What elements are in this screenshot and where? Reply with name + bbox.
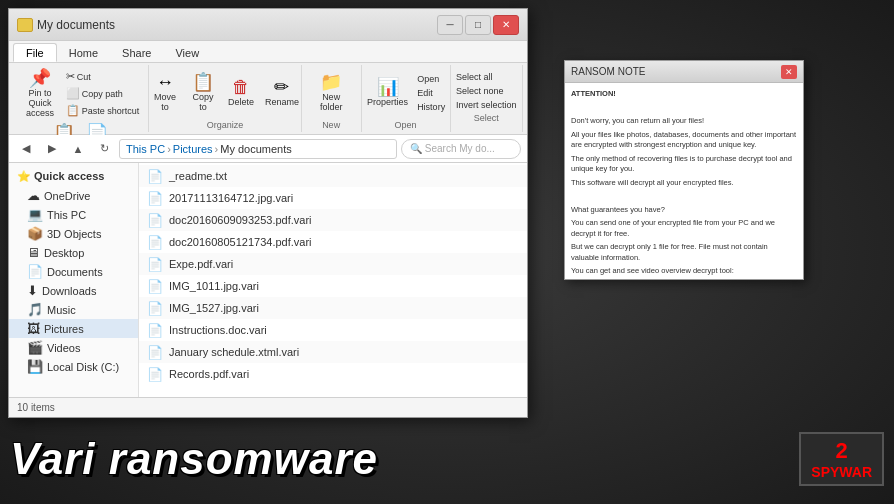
sidebar-label-videos: Videos <box>47 342 80 354</box>
sidebar-label-thispc: This PC <box>47 209 86 221</box>
select-all-button[interactable]: Select all <box>453 71 520 83</box>
ransom-body: ATTENTION! Don't worry, you can return a… <box>565 83 803 279</box>
music-icon: 🎵 <box>27 302 43 317</box>
onedrive-icon: ☁ <box>27 188 40 203</box>
file-item[interactable]: 📄doc20160805121734.pdf.vari <box>139 231 527 253</box>
delete-button[interactable]: 🗑 Delete <box>223 76 259 109</box>
sidebar-label-3dobjects: 3D Objects <box>47 228 101 240</box>
brand-number: 2 <box>836 438 848 464</box>
sidebar: ⭐ Quick access ☁ OneDrive 💻 This PC 📦 3D… <box>9 163 139 397</box>
file-item[interactable]: 📄Expe.pdf.vari <box>139 253 527 275</box>
sidebar-item-desktop[interactable]: 🖥 Desktop <box>9 243 138 262</box>
pin-label: Pin to Quickaccess <box>23 88 57 118</box>
file-name: doc20160609093253.pdf.vari <box>169 214 312 226</box>
open-buttons: 📊 Properties Open Edit History <box>363 67 448 118</box>
rename-icon: ✏ <box>274 78 289 96</box>
sidebar-item-videos[interactable]: 🎬 Videos <box>9 338 138 357</box>
brand-logo: 2 SPYWAR <box>799 432 884 486</box>
file-item[interactable]: 📄IMG_1527.jpg.vari <box>139 297 527 319</box>
sidebar-label-documents: Documents <box>47 266 103 278</box>
select-none-button[interactable]: Select none <box>453 85 520 97</box>
copy-to-button[interactable]: 📋 Copyto <box>185 71 221 114</box>
file-doc-icon: 📄 <box>147 323 163 338</box>
sidebar-item-documents[interactable]: 📄 Documents <box>9 262 138 281</box>
edit-button[interactable]: Edit <box>414 87 448 99</box>
file-item[interactable]: 📄_readme.txt <box>139 165 527 187</box>
downloads-icon: ⬇ <box>27 283 38 298</box>
sidebar-label-downloads: Downloads <box>42 285 96 297</box>
tab-home[interactable]: Home <box>57 43 110 62</box>
invert-selection-button[interactable]: Invert selection <box>453 99 520 111</box>
refresh-button[interactable]: ↻ <box>93 139 115 159</box>
folder-icon <box>17 18 33 32</box>
file-name: January schedule.xtml.vari <box>169 346 299 358</box>
new-group-label: New <box>322 120 340 130</box>
maximize-button[interactable]: □ <box>465 15 491 35</box>
file-doc-icon: 📄 <box>147 345 163 360</box>
move-label: Moveto <box>154 92 176 112</box>
forward-button[interactable]: ▶ <box>41 139 63 159</box>
ransom-line: Don't worry, you can return all your fil… <box>571 116 797 127</box>
file-item[interactable]: 📄January schedule.xtml.vari <box>139 341 527 363</box>
select-all-label: Select all <box>456 72 493 82</box>
ransom-line: You can send one of your encrypted file … <box>571 218 797 239</box>
quick-access-header[interactable]: ⭐ Quick access <box>9 167 138 186</box>
sidebar-item-downloads[interactable]: ⬇ Downloads <box>9 281 138 300</box>
3dobjects-icon: 📦 <box>27 226 43 241</box>
ribbon-group-select: Select all Select none Invert selection … <box>451 65 523 132</box>
ransom-title-bar: RANSOM NOTE ✕ <box>565 61 803 83</box>
ransom-close-button[interactable]: ✕ <box>781 65 797 79</box>
title-bar-left: My documents <box>17 18 115 32</box>
tab-share[interactable]: Share <box>110 43 163 62</box>
file-item[interactable]: 📄Records.pdf.vari <box>139 363 527 385</box>
open-button[interactable]: Open <box>414 73 448 85</box>
tab-view[interactable]: View <box>163 43 211 62</box>
file-item[interactable]: 📄doc20160609093253.pdf.vari <box>139 209 527 231</box>
new-folder-button[interactable]: 📁 Newfolder <box>313 71 349 114</box>
file-doc-icon: 📄 <box>147 301 163 316</box>
delete-label: Delete <box>228 97 254 107</box>
search-box[interactable]: 🔍 Search My do... <box>401 139 521 159</box>
history-button[interactable]: History <box>414 101 448 113</box>
sidebar-item-pictures[interactable]: 🖼 Pictures <box>9 319 138 338</box>
file-item[interactable]: 📄Instructions.doc.vari <box>139 319 527 341</box>
sidebar-item-localdisk[interactable]: 💾 Local Disk (C:) <box>9 357 138 376</box>
pin-quick-access-button[interactable]: 📌 Pin to Quickaccess <box>19 67 61 120</box>
select-none-label: Select none <box>456 86 504 96</box>
sidebar-item-onedrive[interactable]: ☁ OneDrive <box>9 186 138 205</box>
invert-selection-label: Invert selection <box>456 100 517 110</box>
properties-button[interactable]: 📊 Properties <box>363 76 412 109</box>
ribbon-tabs: File Home Share View <box>9 41 527 63</box>
properties-label: Properties <box>367 97 408 107</box>
back-button[interactable]: ◀ <box>15 139 37 159</box>
close-button[interactable]: ✕ <box>493 15 519 35</box>
cut-button[interactable]: ✂ Cut <box>63 69 143 84</box>
thispc-icon: 💻 <box>27 207 43 222</box>
rename-button[interactable]: ✏ Rename <box>261 76 303 109</box>
organize-buttons: ↔ Moveto 📋 Copyto 🗑 Delete ✏ Rename <box>147 67 303 118</box>
pin-icon: 📌 <box>29 69 51 87</box>
ransom-line: What guarantees you have? <box>571 205 797 216</box>
minimize-button[interactable]: ─ <box>437 15 463 35</box>
address-path[interactable]: This PC › Pictures › My documents <box>119 139 397 159</box>
up-button[interactable]: ▲ <box>67 139 89 159</box>
copy-path-button[interactable]: ⬜ Copy path <box>63 86 143 101</box>
select-group-label: Select <box>474 113 499 123</box>
file-item[interactable]: 📄IMG_1011.jpg.vari <box>139 275 527 297</box>
move-to-button[interactable]: ↔ Moveto <box>147 71 183 114</box>
ransom-line: This software will decrypt all your encr… <box>571 178 797 189</box>
sidebar-item-music[interactable]: 🎵 Music <box>9 300 138 319</box>
address-bar: ◀ ▶ ▲ ↻ This PC › Pictures › My document… <box>9 135 527 163</box>
file-doc-icon: 📄 <box>147 213 163 228</box>
file-doc-icon: 📄 <box>147 367 163 382</box>
file-item[interactable]: 📄20171113164712.jpg.vari <box>139 187 527 209</box>
brand-text: SPYWAR <box>811 464 872 480</box>
ransom-line: But we can decrypt only 1 file for free.… <box>571 242 797 263</box>
sidebar-item-thispc[interactable]: 💻 This PC <box>9 205 138 224</box>
ransom-line <box>571 191 797 202</box>
paste-shortcut-button[interactable]: 📋 Paste shortcut <box>63 103 143 118</box>
tab-file[interactable]: File <box>13 43 57 62</box>
new-folder-icon: 📁 <box>320 73 342 91</box>
ransom-popup: RANSOM NOTE ✕ ATTENTION! Don't worry, yo… <box>564 60 804 280</box>
sidebar-item-3dobjects[interactable]: 📦 3D Objects <box>9 224 138 243</box>
